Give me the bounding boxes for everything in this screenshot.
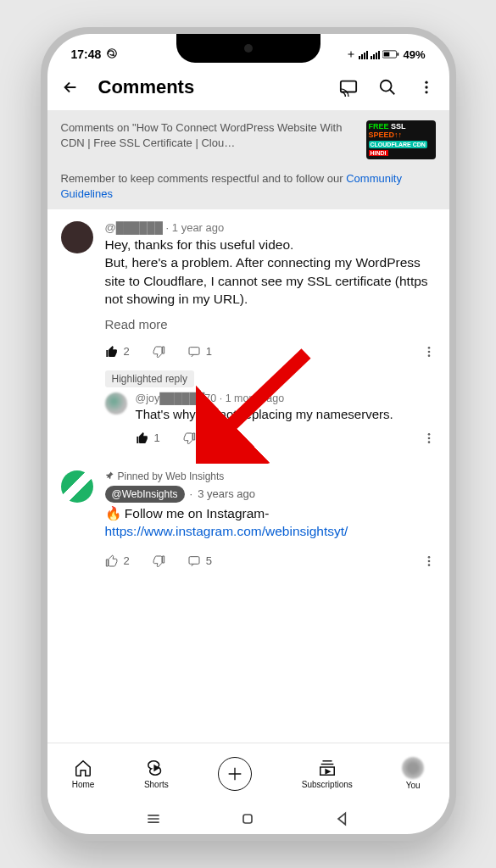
battery-percent: 49% xyxy=(403,48,425,61)
reply-more-icon[interactable] xyxy=(422,431,436,445)
svg-point-5 xyxy=(380,81,391,92)
svg-point-12 xyxy=(427,354,430,357)
svg-point-7 xyxy=(425,86,427,88)
pin-icon xyxy=(105,471,114,481)
like-button[interactable]: 1 xyxy=(136,431,160,445)
nav-shorts[interactable]: Shorts xyxy=(144,758,169,789)
svg-point-20 xyxy=(427,559,430,562)
avatar[interactable] xyxy=(61,221,93,253)
comment-meta: @██████ · 1 year ago xyxy=(105,221,436,234)
reply-item: Highlighted reply @joy██████70 · 1 month… xyxy=(92,365,449,453)
reply-meta: @joy██████70 · 1 month ago xyxy=(136,392,436,404)
nav-create[interactable] xyxy=(218,757,252,791)
comment-item: @██████ · 1 year ago Hey, thanks for thi… xyxy=(47,209,449,365)
comment-more-icon[interactable] xyxy=(422,554,436,568)
pinned-label: Pinned by Web Insights xyxy=(105,470,436,482)
search-icon[interactable] xyxy=(378,78,397,97)
comment-actions: 2 1 xyxy=(105,345,436,359)
phone-frame: 17:48 49% Comments xyxy=(41,27,456,841)
dislike-button[interactable] xyxy=(152,345,165,359)
guidelines-text: Remember to keep comments respectful and… xyxy=(61,171,436,201)
system-nav xyxy=(47,804,449,834)
plus-icon xyxy=(226,765,244,783)
svg-point-17 xyxy=(427,441,430,443)
svg-rect-4 xyxy=(340,81,355,92)
svg-point-6 xyxy=(425,81,427,84)
like-button[interactable]: 2 xyxy=(105,345,130,359)
svg-rect-2 xyxy=(384,53,390,57)
context-banner: Comments on "How To Connect WordPress We… xyxy=(47,110,449,209)
screen: 17:48 49% Comments xyxy=(47,34,449,834)
avatar[interactable] xyxy=(105,392,127,415)
svg-point-21 xyxy=(427,564,430,566)
dislike-button[interactable] xyxy=(152,554,165,568)
svg-point-10 xyxy=(427,347,430,349)
comment-item: Pinned by Web Insights @WebInsights · 3 … xyxy=(47,453,449,575)
instagram-link[interactable]: https://www.instagram.com/webinsightsyt/ xyxy=(105,524,348,538)
notch xyxy=(176,34,320,63)
more-icon[interactable] xyxy=(417,78,436,97)
reply-text: That's why I'm not replacing my nameserv… xyxy=(136,406,436,423)
cast-icon[interactable] xyxy=(339,78,358,97)
signal-bars-icon xyxy=(359,49,368,59)
replies-button[interactable]: 5 xyxy=(187,554,212,568)
svg-point-19 xyxy=(427,556,430,559)
nav-subscriptions[interactable]: Subscriptions xyxy=(302,758,353,789)
comment-meta: @WebInsights · 3 years ago xyxy=(105,486,436,503)
nav-you[interactable]: You xyxy=(402,757,424,790)
like-button[interactable]: 2 xyxy=(105,554,130,568)
comment-text: Hey, thanks for this useful video. But, … xyxy=(105,236,436,309)
comments-list[interactable]: @██████ · 1 year ago Hey, thanks for thi… xyxy=(47,209,449,743)
svg-point-0 xyxy=(108,48,117,58)
dislike-button[interactable] xyxy=(182,431,196,445)
svg-rect-22 xyxy=(243,815,252,823)
signal-bars-icon xyxy=(371,49,380,59)
back-button[interactable] xyxy=(61,78,80,97)
author-chip[interactable]: @WebInsights xyxy=(105,486,185,503)
home-icon xyxy=(73,758,93,778)
shorts-icon xyxy=(146,758,166,778)
status-time: 17:48 xyxy=(71,47,102,61)
subscriptions-icon xyxy=(317,758,337,778)
svg-rect-18 xyxy=(189,556,199,564)
you-avatar xyxy=(402,757,424,779)
network-icons xyxy=(346,49,399,59)
video-context-text: Comments on "How To Connect WordPress We… xyxy=(61,120,358,150)
sys-back[interactable] xyxy=(334,810,351,827)
sys-home[interactable] xyxy=(239,810,256,827)
bottom-nav: Home Shorts Subscriptions You xyxy=(47,743,449,804)
svg-point-16 xyxy=(427,437,430,440)
svg-point-15 xyxy=(427,433,430,436)
whatsapp-icon xyxy=(106,47,118,62)
replies-button[interactable]: 1 xyxy=(187,345,212,359)
avatar[interactable] xyxy=(61,470,93,503)
svg-point-11 xyxy=(427,350,430,353)
page-title: Comments xyxy=(98,76,327,98)
battery-icon xyxy=(382,49,399,59)
comment-text: 🔥 Follow me on Instagram- https://www.in… xyxy=(105,504,436,541)
nav-home[interactable]: Home xyxy=(72,758,95,789)
video-thumbnail[interactable]: FREE SSL SPEED↑↑ CLOUDFLARE CDN HINDI xyxy=(366,120,436,159)
highlighted-badge: Highlighted reply xyxy=(105,370,194,387)
sys-recents[interactable] xyxy=(145,810,162,827)
svg-point-8 xyxy=(425,91,427,93)
app-header: Comments xyxy=(47,70,449,110)
read-more-button[interactable]: Read more xyxy=(105,317,436,331)
svg-rect-9 xyxy=(189,347,199,354)
svg-rect-3 xyxy=(398,53,399,55)
comment-more-icon[interactable] xyxy=(422,345,436,359)
